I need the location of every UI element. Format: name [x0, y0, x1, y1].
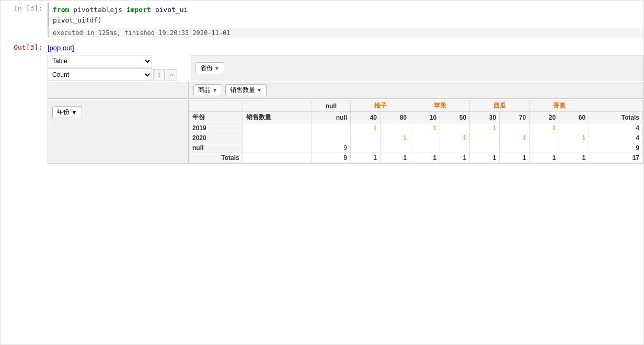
- cell-2020-total: 4: [589, 133, 643, 143]
- th-20: 20: [530, 112, 559, 123]
- pivot-mid-row: 商品 ▼ 销售数量 ▼: [48, 82, 643, 99]
- col-field-shangpin-arrow: ▼: [212, 87, 217, 93]
- row-field-nianfen-arrow: ▼: [71, 109, 77, 116]
- cell-totals-grand: 17: [589, 153, 643, 163]
- cell-totals-70: 1: [500, 153, 530, 163]
- cell-null-20: [530, 143, 559, 153]
- pivot-left-controls: Table Table Barchart Heatmap Count Count…: [48, 55, 189, 81]
- th-70: 70: [500, 112, 530, 123]
- aggregator-row: Count Count Unique Values Sum ↕ ↔: [48, 68, 189, 81]
- cell-2019-30: 1: [470, 123, 500, 133]
- th-60: 60: [559, 112, 589, 123]
- th-youzi: 柚子: [350, 100, 410, 112]
- sort-horizontal-btn[interactable]: ↔: [166, 69, 177, 80]
- cell-null-70: [500, 143, 530, 153]
- cell-2019-sales: [243, 123, 312, 133]
- row-label-totals: Totals: [189, 153, 243, 163]
- code-block: from pivottablejs import pivot_ui pivot_…: [48, 3, 643, 27]
- row-area-header: [48, 82, 189, 99]
- cell-2020-30: [470, 133, 500, 143]
- table-header-row-2: 年份 销售数量 null 40 80 10 50 30 70 20: [189, 112, 643, 123]
- cell-totals-50: 1: [440, 153, 470, 163]
- cell-null-50: [440, 143, 470, 153]
- th-10: 10: [410, 112, 440, 123]
- col-field-shangpin[interactable]: 商品 ▼: [193, 84, 222, 96]
- table-row-2020: 2020 1 1 1 1: [189, 133, 643, 143]
- sort-vertical-btn[interactable]: ↕: [153, 69, 165, 80]
- cell-null-null: 9: [312, 143, 350, 153]
- col-area-bottom: 商品 ▼ 销售数量 ▼: [189, 82, 643, 99]
- th-null-cat: null: [312, 100, 350, 112]
- th-totals-header: [589, 100, 643, 112]
- cell-2020-sales: [243, 133, 312, 143]
- cell-2019-total: 4: [589, 123, 643, 133]
- table-type-select[interactable]: Table Table Barchart Heatmap: [48, 55, 152, 67]
- col-field-shengfen-label: 省份: [200, 64, 213, 73]
- cell-2019-50: [440, 123, 470, 133]
- th-xigua: 西瓜: [470, 100, 530, 112]
- cell-2019-null: [312, 123, 350, 133]
- cell-2019-70: [500, 123, 530, 133]
- cell-2020-20: [530, 133, 559, 143]
- col-area-top: 省份 ▼: [191, 55, 643, 81]
- th-50: 50: [440, 112, 470, 123]
- col-field-xiaoshou[interactable]: 销售数量 ▼: [225, 84, 267, 96]
- cell-totals-60: 1: [559, 153, 589, 163]
- th-empty-2: [243, 100, 312, 112]
- row-label-2020: 2020: [189, 133, 243, 143]
- cell-2020-null: [312, 133, 350, 143]
- th-pingguo: 苹果: [410, 100, 470, 112]
- row-fields-area: 年份 ▼: [48, 100, 189, 164]
- cell-null-sales: [243, 143, 312, 153]
- col-field-xiaoshou-arrow: ▼: [257, 87, 262, 93]
- cell-totals-10: 1: [410, 153, 440, 163]
- input-cell: In [3]: from pivottablejs import pivot_u…: [1, 1, 643, 40]
- pop-out-link[interactable]: [pop out]: [48, 44, 74, 52]
- th-totals-sub: Totals: [589, 112, 643, 123]
- kw-from: from: [53, 6, 69, 14]
- cell-2019-20: 1: [530, 123, 559, 133]
- cell-null-80: [381, 143, 410, 153]
- cell-null-40: [350, 143, 380, 153]
- row-label-null: null: [189, 143, 243, 153]
- cell-totals-null: 9: [312, 153, 350, 163]
- col-field-xiaoshou-label: 销售数量: [230, 86, 255, 95]
- row-field-nianfen[interactable]: 年份 ▼: [52, 106, 82, 118]
- table-select-row: Table Table Barchart Heatmap: [48, 55, 189, 67]
- cell-totals-30: 1: [470, 153, 500, 163]
- aggregator-select[interactable]: Count Count Unique Values Sum: [48, 68, 152, 81]
- kw-import: import: [126, 6, 151, 14]
- cell-2019-80: [381, 123, 410, 133]
- pivot-ui: Table Table Barchart Heatmap Count Count…: [48, 55, 643, 164]
- th-nianfen-col: 年份: [189, 112, 243, 123]
- col-field-shengfen-arrow: ▼: [214, 65, 220, 71]
- cell-2020-10: [410, 133, 440, 143]
- pivot-body-row: 年份 ▼ null: [48, 100, 643, 164]
- out-content: [pop out] Table Table Barchart Heatmap: [48, 42, 643, 166]
- cell-totals-80: 1: [381, 153, 410, 163]
- th-null-sub: null: [312, 112, 350, 123]
- out-label: Out[3]:: [1, 42, 48, 166]
- th-40: 40: [350, 112, 380, 123]
- th-30: 30: [470, 112, 500, 123]
- table-row-2019: 2019 1 1 1 1: [189, 123, 643, 133]
- pivot-table: null 柚子 苹果 西瓜 香蕉 年份 销售: [189, 100, 643, 163]
- col-field-shangpin-label: 商品: [198, 86, 211, 95]
- cell-2020-80: 1: [381, 133, 410, 143]
- pivot-table-wrapper: null 柚子 苹果 西瓜 香蕉 年份 销售: [189, 100, 643, 164]
- cell-2020-60: 1: [559, 133, 589, 143]
- in-label: In [3]:: [1, 3, 48, 38]
- code-content: from pivottablejs import pivot_ui pivot_…: [48, 3, 643, 38]
- cell-2020-50: 1: [440, 133, 470, 143]
- table-row-null: null 9: [189, 143, 643, 153]
- col-field-shengfen[interactable]: 省份 ▼: [196, 62, 224, 74]
- notebook-container: In [3]: from pivottablejs import pivot_u…: [0, 0, 644, 345]
- cell-2020-70: 1: [500, 133, 530, 143]
- fn-pivot-ui: pivot_ui: [155, 6, 188, 14]
- exec-line: executed in 125ms, finished 19:20:33 202…: [48, 28, 643, 38]
- th-80: 80: [381, 112, 410, 123]
- table-row-totals: Totals 9 1 1 1 1 1 1 1: [189, 153, 643, 163]
- code-line-1: from pivottablejs import pivot_ui: [53, 5, 639, 15]
- cell-null-60: [559, 143, 589, 153]
- pivot-top-row: Table Table Barchart Heatmap Count Count…: [48, 55, 643, 81]
